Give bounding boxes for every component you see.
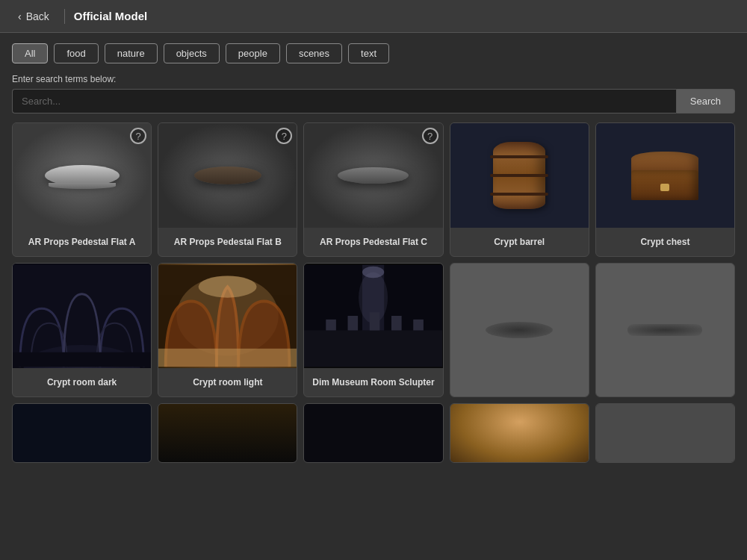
partial-img-3: [304, 404, 442, 463]
card-image-crypt-light: [158, 264, 297, 368]
svg-rect-12: [348, 316, 359, 330]
filter-text[interactable]: text: [348, 43, 389, 63]
chest-shape: [631, 152, 698, 200]
partial-img-1: [13, 404, 151, 463]
search-input[interactable]: [12, 89, 676, 113]
barrel-shape: [493, 142, 545, 209]
card-crypt-room-light[interactable]: Crypt room light: [158, 263, 297, 397]
svg-point-16: [362, 267, 384, 279]
card-ar-pedestal-c[interactable]: ? AR Props Pedestal Flat C: [303, 122, 443, 257]
header-title: Official Model: [74, 10, 147, 22]
card-image-crypt-dark: [13, 264, 151, 368]
card-partial-2[interactable]: [158, 403, 297, 463]
svg-rect-8: [304, 330, 442, 367]
card-image-museum: [304, 264, 442, 368]
pedestal-c-shape: [338, 167, 409, 184]
filter-all[interactable]: All: [12, 43, 48, 63]
card-label-barrel: Crypt barrel: [450, 228, 589, 256]
shadow-rect-shape: [627, 324, 702, 336]
card-label-shadow-circ: Dim Museum Shadow Circular: [450, 396, 589, 397]
shadow-circ-shape: [486, 322, 553, 338]
card-image-shadow-circ: [450, 264, 589, 396]
svg-rect-13: [370, 312, 380, 330]
card-crypt-barrel[interactable]: Crypt barrel: [450, 122, 589, 257]
svg-point-5: [199, 276, 257, 297]
card-image-shadow-rect: [596, 264, 734, 396]
crypt-dark-svg: [13, 264, 151, 368]
card-crypt-room-dark[interactable]: Crypt room dark: [12, 263, 152, 397]
chest-body: [631, 170, 698, 200]
card-label-crypt-dark: Crypt room dark: [13, 368, 151, 396]
back-arrow-icon: ‹: [18, 10, 22, 22]
card-shadow-circ[interactable]: Dim Museum Shadow Circular: [450, 263, 589, 397]
pedestal-a-shape: [45, 165, 120, 186]
question-badge: ?: [130, 128, 146, 144]
card-ar-pedestal-a[interactable]: ? AR Props Pedestal Flat A: [12, 122, 152, 257]
crypt-light-svg: [158, 264, 297, 368]
filter-nature[interactable]: nature: [105, 43, 158, 63]
partial-img-2: [158, 404, 297, 463]
filter-bar: All food nature objects people scenes te…: [0, 33, 747, 71]
card-ar-pedestal-b[interactable]: ? AR Props Pedestal Flat B: [158, 122, 297, 257]
svg-rect-2: [13, 352, 151, 367]
card-museum-room[interactable]: Dim Museum Room Sclupter: [303, 263, 443, 397]
pedestal-b-shape: [194, 167, 261, 184]
museum-svg: [304, 264, 442, 368]
model-grid: ? AR Props Pedestal Flat A ? AR Props Pe…: [0, 122, 747, 463]
card-crypt-chest[interactable]: Crypt chest: [595, 122, 735, 257]
card-label-pedestal-b: AR Props Pedestal Flat B: [158, 228, 297, 256]
back-label: Back: [26, 10, 49, 22]
card-label-crypt-light: Crypt room light: [158, 368, 297, 396]
svg-rect-6: [158, 349, 297, 367]
question-badge: ?: [276, 128, 292, 144]
card-image-barrel: [450, 123, 589, 228]
card-label-pedestal-a: AR Props Pedestal Flat A: [13, 228, 151, 256]
card-label-pedestal-c: AR Props Pedestal Flat C: [304, 228, 442, 256]
search-button[interactable]: Search: [676, 89, 735, 113]
header: ‹ Back Official Model: [0, 0, 747, 33]
card-label-museum: Dim Museum Room Sclupter: [304, 368, 442, 396]
svg-rect-14: [391, 316, 402, 330]
search-row: Search: [12, 89, 735, 113]
search-label: Enter search terms below:: [12, 74, 735, 84]
card-image-pedestal-b: ?: [158, 123, 297, 228]
card-partial-1[interactable]: [12, 403, 152, 463]
card-partial-3[interactable]: [303, 403, 443, 463]
filter-scenes[interactable]: scenes: [286, 43, 342, 63]
partial-img-4: [450, 404, 589, 463]
back-button[interactable]: ‹ Back: [12, 7, 55, 25]
card-label-shadow-rect: Dim Museum Shadow Rectangle: [596, 396, 734, 397]
card-label-chest: Crypt chest: [596, 228, 734, 256]
card-shadow-rect[interactable]: Dim Museum Shadow Rectangle: [595, 263, 735, 397]
card-image-pedestal-a: ?: [13, 123, 151, 228]
partial-img-5: [596, 404, 734, 463]
search-area: Enter search terms below: Search: [0, 71, 747, 122]
crypt-light-visual: [158, 264, 297, 368]
header-divider: [64, 9, 65, 24]
svg-rect-15: [414, 320, 424, 331]
chest-lock: [660, 184, 669, 191]
filter-food[interactable]: food: [54, 43, 98, 63]
card-partial-4[interactable]: [450, 403, 589, 463]
svg-rect-11: [326, 320, 337, 331]
filter-objects[interactable]: objects: [164, 43, 220, 63]
barrel-mid-band: [490, 174, 548, 177]
question-badge: ?: [422, 128, 438, 144]
card-partial-5[interactable]: [595, 403, 735, 463]
crypt-dark-visual: [13, 264, 151, 368]
card-image-chest: [596, 123, 734, 228]
filter-people[interactable]: people: [226, 43, 280, 63]
card-image-pedestal-c: ?: [304, 123, 442, 228]
